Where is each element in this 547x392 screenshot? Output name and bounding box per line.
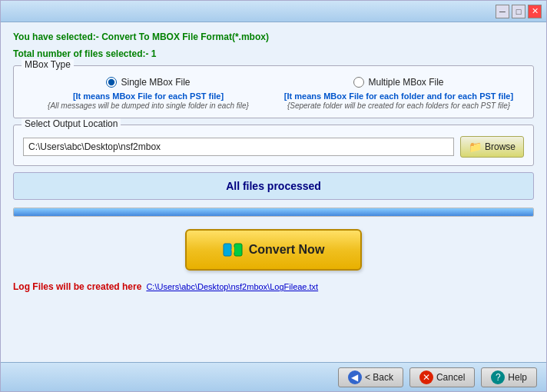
convert-now-label: Convert Now: [249, 243, 325, 257]
back-button[interactable]: ◀ < Back: [338, 367, 403, 387]
single-mbox-subdesc: {All messages will be dumped into single…: [48, 101, 249, 110]
progress-bar-fill: [14, 208, 533, 216]
output-location-legend: Select Output Location: [22, 118, 121, 129]
radio-options-row: Single MBox File [It means MBox File for…: [23, 77, 524, 110]
progress-bar: [13, 208, 534, 217]
multiple-mbox-radio[interactable]: [353, 77, 364, 88]
multiple-mbox-desc: [It means MBox File for each folder and …: [284, 91, 513, 101]
cancel-icon: ✕: [419, 370, 433, 384]
single-mbox-radio[interactable]: [106, 77, 117, 88]
selected-format-info: You have selected:- Convert To MBOX File…: [13, 32, 534, 42]
cancel-button[interactable]: ✕ Cancel: [409, 367, 475, 387]
help-button[interactable]: ? Help: [481, 367, 537, 387]
svg-rect-0: [224, 244, 231, 256]
single-mbox-label: Single MBox File: [121, 77, 190, 88]
status-area: All files processed: [13, 172, 534, 200]
help-label: Help: [508, 372, 527, 383]
status-text: All files processed: [226, 180, 321, 192]
output-location-group: Select Output Location 📁 Browse: [13, 125, 534, 166]
log-label: Log Files will be created here: [13, 281, 141, 292]
browse-label: Browse: [485, 141, 516, 152]
browse-icon: 📁: [469, 141, 482, 153]
log-link[interactable]: C:\Users\abc\Desktop\nsf2mbox\LogFileae.…: [146, 282, 318, 291]
multiple-mbox-label: Multiple MBox File: [368, 77, 443, 88]
mbox-type-legend: MBox Type: [22, 59, 74, 70]
cancel-label: Cancel: [436, 372, 465, 383]
minimize-button[interactable]: ─: [496, 5, 509, 18]
svg-marker-2: [231, 247, 234, 253]
svg-rect-1: [234, 244, 242, 256]
files-count-info: Total number of files selected:- 1: [13, 48, 534, 59]
output-row: 📁 Browse: [23, 136, 524, 158]
log-line: Log Files will be created here C:\Users\…: [13, 281, 534, 292]
back-icon: ◀: [348, 370, 362, 384]
close-button[interactable]: ✕: [528, 5, 542, 18]
browse-button[interactable]: 📁 Browse: [460, 136, 524, 158]
output-path-input[interactable]: [23, 138, 454, 156]
title-bar: ─ □ ✕: [1, 1, 546, 22]
mbox-type-group: MBox Type Single MBox File [It means MBo…: [13, 65, 534, 118]
convert-section: Convert Now: [13, 229, 534, 271]
bottom-bar: ◀ < Back ✕ Cancel ? Help: [1, 362, 546, 391]
main-window: ─ □ ✕ You have selected:- Convert To MBO…: [0, 0, 547, 392]
convert-icon: [223, 241, 243, 258]
convert-now-button[interactable]: Convert Now: [185, 229, 362, 271]
main-content: You have selected:- Convert To MBOX File…: [1, 22, 546, 362]
back-label: < Back: [365, 372, 393, 383]
multiple-mbox-subdesc: {Seperate folder will be created for eac…: [287, 101, 510, 110]
single-mbox-option: Single MBox File [It means MBox File for…: [23, 77, 274, 110]
maximize-button[interactable]: □: [512, 5, 525, 18]
single-mbox-desc: [It means MBox File for each PST file]: [73, 91, 224, 101]
help-icon: ?: [491, 370, 505, 384]
multiple-mbox-option: Multiple MBox File [It means MBox File f…: [274, 77, 524, 110]
